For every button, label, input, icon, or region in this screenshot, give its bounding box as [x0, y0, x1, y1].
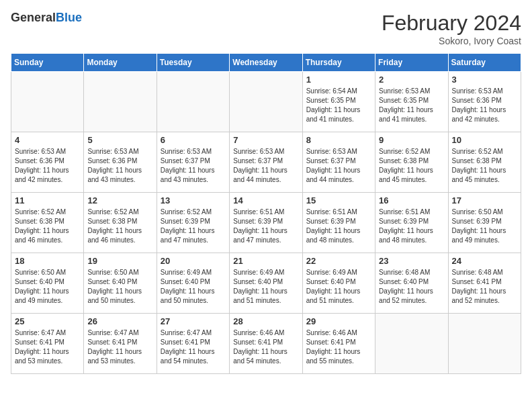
header-wednesday: Wednesday: [230, 54, 302, 72]
day-info: Sunrise: 6:51 AM Sunset: 6:39 PM Dayligh…: [233, 208, 298, 245]
calendar-cell: 5Sunrise: 6:53 AM Sunset: 6:36 PM Daylig…: [84, 132, 157, 193]
day-info: Sunrise: 6:52 AM Sunset: 6:38 PM Dayligh…: [452, 147, 517, 185]
calendar-cell: 9Sunrise: 6:52 AM Sunset: 6:38 PM Daylig…: [375, 132, 448, 193]
header-thursday: Thursday: [302, 54, 375, 72]
day-number: 15: [306, 195, 371, 205]
calendar-cell: 15Sunrise: 6:51 AM Sunset: 6:39 PM Dayli…: [302, 193, 375, 253]
day-number: 4: [15, 135, 80, 145]
day-info: Sunrise: 6:54 AM Sunset: 6:35 PM Dayligh…: [306, 87, 371, 124]
header-sunday: Sunday: [11, 54, 84, 72]
calendar-cell: 20Sunrise: 6:49 AM Sunset: 6:40 PM Dayli…: [157, 253, 229, 314]
day-info: Sunrise: 6:49 AM Sunset: 6:40 PM Dayligh…: [306, 268, 371, 306]
logo: General GeneralBlue: [11, 11, 82, 25]
calendar-cell: 24Sunrise: 6:48 AM Sunset: 6:41 PM Dayli…: [448, 253, 521, 314]
day-number: 9: [379, 135, 444, 145]
logo-blue-text: Blue: [56, 11, 82, 24]
month-title: February 2024: [382, 11, 521, 36]
day-number: 20: [161, 256, 226, 266]
day-info: Sunrise: 6:48 AM Sunset: 6:40 PM Dayligh…: [379, 268, 444, 306]
day-info: Sunrise: 6:52 AM Sunset: 6:38 PM Dayligh…: [87, 208, 152, 245]
header-tuesday: Tuesday: [157, 54, 229, 72]
calendar-cell: [230, 72, 302, 132]
calendar-cell: 7Sunrise: 6:53 AM Sunset: 6:37 PM Daylig…: [230, 132, 302, 193]
week-row-4: 18Sunrise: 6:50 AM Sunset: 6:40 PM Dayli…: [11, 253, 521, 314]
calendar-cell: 13Sunrise: 6:52 AM Sunset: 6:39 PM Dayli…: [157, 193, 229, 253]
day-number: 27: [161, 316, 226, 326]
day-info: Sunrise: 6:49 AM Sunset: 6:40 PM Dayligh…: [233, 268, 298, 306]
day-number: 3: [452, 75, 517, 85]
calendar-cell: 16Sunrise: 6:51 AM Sunset: 6:39 PM Dayli…: [375, 193, 448, 253]
day-info: Sunrise: 6:53 AM Sunset: 6:36 PM Dayligh…: [87, 147, 152, 185]
calendar-cell: 17Sunrise: 6:50 AM Sunset: 6:39 PM Dayli…: [448, 193, 521, 253]
calendar-cell: 3Sunrise: 6:53 AM Sunset: 6:36 PM Daylig…: [448, 72, 521, 132]
day-info: Sunrise: 6:53 AM Sunset: 6:36 PM Dayligh…: [15, 147, 80, 185]
calendar-cell: 26Sunrise: 6:47 AM Sunset: 6:41 PM Dayli…: [84, 314, 157, 374]
day-info: Sunrise: 6:53 AM Sunset: 6:35 PM Dayligh…: [379, 87, 444, 124]
day-number: 21: [233, 256, 298, 266]
header: General GeneralBlue February 2024 Sokoro…: [11, 11, 521, 46]
calendar-cell: 8Sunrise: 6:53 AM Sunset: 6:37 PM Daylig…: [302, 132, 375, 193]
calendar-cell: 14Sunrise: 6:51 AM Sunset: 6:39 PM Dayli…: [230, 193, 302, 253]
calendar-header-row: SundayMondayTuesdayWednesdayThursdayFrid…: [11, 54, 521, 72]
calendar-cell: 12Sunrise: 6:52 AM Sunset: 6:38 PM Dayli…: [84, 193, 157, 253]
day-info: Sunrise: 6:49 AM Sunset: 6:40 PM Dayligh…: [161, 268, 226, 306]
day-number: 8: [306, 135, 371, 145]
day-info: Sunrise: 6:51 AM Sunset: 6:39 PM Dayligh…: [306, 208, 371, 245]
day-info: Sunrise: 6:52 AM Sunset: 6:39 PM Dayligh…: [161, 208, 226, 245]
day-number: 14: [233, 195, 298, 205]
calendar-cell: [157, 72, 229, 132]
calendar-cell: [375, 314, 448, 374]
day-number: 17: [452, 195, 517, 205]
day-info: Sunrise: 6:47 AM Sunset: 6:41 PM Dayligh…: [161, 328, 226, 366]
day-info: Sunrise: 6:53 AM Sunset: 6:37 PM Dayligh…: [306, 147, 371, 185]
day-number: 19: [87, 256, 152, 266]
day-info: Sunrise: 6:53 AM Sunset: 6:37 PM Dayligh…: [161, 147, 226, 185]
day-info: Sunrise: 6:51 AM Sunset: 6:39 PM Dayligh…: [379, 208, 444, 245]
header-monday: Monday: [84, 54, 157, 72]
calendar-cell: [84, 72, 157, 132]
day-info: Sunrise: 6:53 AM Sunset: 6:36 PM Dayligh…: [452, 87, 517, 124]
calendar-cell: 28Sunrise: 6:46 AM Sunset: 6:41 PM Dayli…: [230, 314, 302, 374]
day-number: 13: [161, 195, 226, 205]
location-subtitle: Sokoro, Ivory Coast: [382, 36, 521, 46]
day-number: 1: [306, 75, 371, 85]
calendar-cell: 10Sunrise: 6:52 AM Sunset: 6:38 PM Dayli…: [448, 132, 521, 193]
week-row-3: 11Sunrise: 6:52 AM Sunset: 6:38 PM Dayli…: [11, 193, 521, 253]
day-info: Sunrise: 6:46 AM Sunset: 6:41 PM Dayligh…: [306, 328, 371, 366]
day-number: 12: [87, 195, 152, 205]
calendar-cell: 2Sunrise: 6:53 AM Sunset: 6:35 PM Daylig…: [375, 72, 448, 132]
day-info: Sunrise: 6:53 AM Sunset: 6:37 PM Dayligh…: [233, 147, 298, 185]
calendar-cell: 23Sunrise: 6:48 AM Sunset: 6:40 PM Dayli…: [375, 253, 448, 314]
day-number: 23: [379, 256, 444, 266]
calendar-cell: 6Sunrise: 6:53 AM Sunset: 6:37 PM Daylig…: [157, 132, 229, 193]
day-number: 25: [15, 316, 80, 326]
day-number: 18: [15, 256, 80, 266]
calendar-cell: 22Sunrise: 6:49 AM Sunset: 6:40 PM Dayli…: [302, 253, 375, 314]
week-row-2: 4Sunrise: 6:53 AM Sunset: 6:36 PM Daylig…: [11, 132, 521, 193]
header-saturday: Saturday: [448, 54, 521, 72]
calendar-cell: 21Sunrise: 6:49 AM Sunset: 6:40 PM Dayli…: [230, 253, 302, 314]
day-number: 6: [161, 135, 226, 145]
day-info: Sunrise: 6:52 AM Sunset: 6:38 PM Dayligh…: [15, 208, 80, 245]
header-friday: Friday: [375, 54, 448, 72]
day-number: 7: [233, 135, 298, 145]
day-info: Sunrise: 6:50 AM Sunset: 6:40 PM Dayligh…: [15, 268, 80, 306]
day-number: 24: [452, 256, 517, 266]
day-number: 11: [15, 195, 80, 205]
day-number: 22: [306, 256, 371, 266]
calendar-cell: 18Sunrise: 6:50 AM Sunset: 6:40 PM Dayli…: [11, 253, 84, 314]
day-info: Sunrise: 6:52 AM Sunset: 6:38 PM Dayligh…: [379, 147, 444, 185]
week-row-1: 1Sunrise: 6:54 AM Sunset: 6:35 PM Daylig…: [11, 72, 521, 132]
day-number: 2: [379, 75, 444, 85]
day-info: Sunrise: 6:50 AM Sunset: 6:40 PM Dayligh…: [87, 268, 152, 306]
week-row-5: 25Sunrise: 6:47 AM Sunset: 6:41 PM Dayli…: [11, 314, 521, 374]
calendar-table: SundayMondayTuesdayWednesdayThursdayFrid…: [11, 53, 521, 374]
calendar-cell: 1Sunrise: 6:54 AM Sunset: 6:35 PM Daylig…: [302, 72, 375, 132]
calendar-cell: 19Sunrise: 6:50 AM Sunset: 6:40 PM Dayli…: [84, 253, 157, 314]
calendar-cell: [448, 314, 521, 374]
calendar-cell: [11, 72, 84, 132]
calendar-cell: 25Sunrise: 6:47 AM Sunset: 6:41 PM Dayli…: [11, 314, 84, 374]
logo-general-text: General: [11, 11, 56, 24]
day-info: Sunrise: 6:47 AM Sunset: 6:41 PM Dayligh…: [15, 328, 80, 366]
day-info: Sunrise: 6:48 AM Sunset: 6:41 PM Dayligh…: [452, 268, 517, 306]
